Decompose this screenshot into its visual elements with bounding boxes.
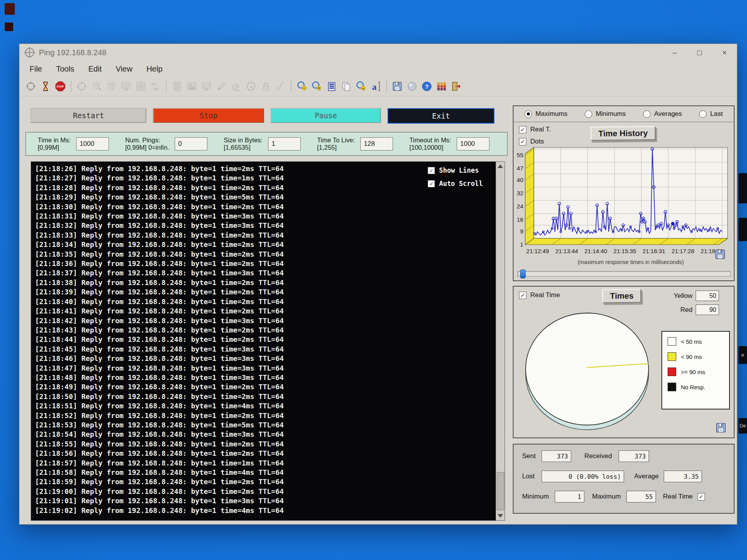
console-line: [21:18:53] Reply from 192.168.8.248: byt… bbox=[35, 420, 489, 430]
parameter-row: Time in Ms:[0,99M] 1000 Num. Pings:[0,99… bbox=[25, 132, 508, 156]
toolbar-separator bbox=[166, 80, 167, 92]
lost-value: 0 (0.00% loss) bbox=[542, 471, 624, 482]
time-history-panel: Maximums Minimums Averages Last ✓ Real T… bbox=[513, 105, 735, 281]
desktop-icon-fragment: e bbox=[738, 346, 747, 364]
console-checkboxes: ✓ Show Lines ✓ Auto Scroll bbox=[428, 166, 483, 187]
svg-text:21:14:40: 21:14:40 bbox=[584, 248, 607, 254]
window-title: Ping 192.168.8.248 bbox=[39, 48, 107, 57]
lock-icon bbox=[260, 80, 272, 92]
exit-door-icon[interactable] bbox=[451, 80, 462, 92]
red-threshold-label: Red bbox=[668, 306, 693, 314]
network-sphere-icon[interactable] bbox=[406, 80, 418, 92]
image-icon bbox=[186, 80, 198, 92]
ping-target-icon[interactable] bbox=[25, 80, 37, 92]
received-label: Received bbox=[584, 452, 619, 460]
color-grid-icon[interactable] bbox=[436, 80, 447, 92]
annotate-a-icon: a bbox=[245, 80, 257, 92]
time-in-ms-field-input[interactable]: 1000 bbox=[76, 137, 109, 150]
legend-swatch bbox=[668, 352, 676, 361]
checkbox-icon[interactable]: ✓ bbox=[519, 126, 526, 133]
hourglass-icon[interactable] bbox=[40, 80, 51, 92]
num-pings-field-input[interactable]: 0 bbox=[175, 137, 207, 150]
log-list-icon[interactable] bbox=[326, 80, 337, 92]
find-text-icon[interactable]: A bbox=[355, 80, 367, 92]
console-check-auto-scroll[interactable]: ✓ Auto Scroll bbox=[428, 180, 483, 187]
console-line: [21:18:40] Reply from 192.168.8.248: byt… bbox=[35, 297, 489, 306]
console-line: [21:18:33] Reply from 192.168.8.248: byt… bbox=[35, 231, 489, 240]
console-line: [21:18:28] Reply from 192.168.8.248: byt… bbox=[35, 183, 489, 192]
svg-text:16: 16 bbox=[517, 216, 523, 223]
menu-bar: FileToolsEditViewHelp bbox=[19, 61, 737, 77]
legend-label: < 90 ms bbox=[681, 354, 702, 360]
console-check-show-lines[interactable]: ✓ Show Lines bbox=[428, 166, 483, 174]
help-icon[interactable]: ? bbox=[421, 80, 433, 92]
radio-icon[interactable] bbox=[643, 110, 651, 118]
menu-item-file[interactable]: File bbox=[30, 65, 42, 74]
svg-text:1: 1 bbox=[520, 241, 523, 248]
tile-windows-icon bbox=[135, 80, 147, 92]
red-threshold-input[interactable]: 90 bbox=[696, 304, 719, 315]
legend-swatch bbox=[668, 368, 676, 376]
checkbox-icon[interactable]: ✓ bbox=[428, 180, 435, 187]
num-pings-field: Num. Pings:[0,99M] 0=infin. 0 bbox=[125, 136, 207, 151]
console-line: [21:18:56] Reply from 192.168.8.248: byt… bbox=[35, 449, 489, 458]
scroll-up-arrow-icon[interactable] bbox=[498, 164, 503, 168]
svg-text:?: ? bbox=[425, 83, 428, 90]
yellow-threshold-input[interactable]: 50 bbox=[696, 290, 719, 301]
font-icon[interactable]: a bbox=[370, 80, 382, 92]
zoom-in-icon[interactable] bbox=[311, 80, 323, 92]
pause-button[interactable]: Pause bbox=[271, 108, 381, 123]
console-line: [21:18:46] Reply from 192.168.8.248: byt… bbox=[35, 354, 489, 363]
radio-label: Averages bbox=[654, 110, 682, 118]
checkbox-icon[interactable]: ✓ bbox=[428, 167, 435, 174]
legend-row: No Resp. bbox=[668, 383, 729, 391]
radio-maximums[interactable]: Maximums bbox=[524, 110, 567, 118]
radio-last[interactable]: Last bbox=[699, 110, 722, 118]
history-check-realt[interactable]: ✓ Real T. bbox=[519, 126, 551, 133]
response-pie-chart bbox=[517, 305, 661, 436]
stop-sign-icon[interactable]: STOP bbox=[54, 80, 66, 92]
svg-text:STOP: STOP bbox=[57, 85, 64, 88]
console-line: [21:18:38] Reply from 192.168.8.248: byt… bbox=[35, 278, 489, 287]
radio-icon[interactable] bbox=[585, 110, 592, 118]
console-scrollbar[interactable] bbox=[496, 162, 505, 520]
svg-text:21:12:49: 21:12:49 bbox=[526, 248, 549, 254]
stats-realtime-checkbox[interactable]: ✓ bbox=[698, 493, 705, 500]
save-history-icon[interactable] bbox=[714, 248, 727, 261]
radio-minimums[interactable]: Minimums bbox=[585, 110, 626, 118]
stop-button[interactable]: Stop bbox=[153, 108, 264, 123]
num-pings-field-label: Num. Pings:[0,99M] 0=infin. bbox=[125, 136, 169, 151]
menu-item-edit[interactable]: Edit bbox=[88, 65, 102, 74]
copy-icon[interactable] bbox=[340, 80, 352, 92]
menu-item-view[interactable]: View bbox=[116, 65, 132, 74]
title-bar[interactable]: Ping 192.168.8.248 – □ × bbox=[19, 44, 737, 61]
radio-icon[interactable] bbox=[524, 110, 532, 118]
timeout-in-ms-field-input[interactable]: 1000 bbox=[457, 137, 489, 150]
save-icon[interactable] bbox=[391, 80, 403, 92]
svg-text:W?: W? bbox=[151, 82, 158, 86]
menu-item-help[interactable]: Help bbox=[146, 65, 162, 74]
yellow-threshold-label: Yellow bbox=[668, 292, 693, 300]
time-to-live-field-input[interactable]: 128 bbox=[360, 137, 393, 150]
radio-label: Maximums bbox=[535, 110, 567, 118]
ping-console[interactable]: [21:18:26] Reply from 192.168.8.248: byt… bbox=[31, 161, 505, 521]
svg-text:32: 32 bbox=[517, 190, 523, 196]
scroll-down-arrow-icon[interactable] bbox=[498, 514, 503, 518]
restart-button[interactable]: Restart bbox=[31, 108, 146, 123]
close-button[interactable]: × bbox=[712, 45, 737, 60]
history-scrollbar-handle[interactable] bbox=[520, 270, 526, 278]
save-pie-icon[interactable] bbox=[715, 422, 728, 434]
realtime-pie-checkbox[interactable]: ✓ bbox=[519, 292, 526, 299]
menu-item-tools[interactable]: Tools bbox=[56, 65, 74, 74]
size-in-bytes-field: Size in Bytes:[1,65535] 1 bbox=[224, 136, 301, 151]
history-scrollbar[interactable] bbox=[517, 271, 731, 276]
scrollbar-thumb[interactable] bbox=[497, 472, 504, 510]
zoom-out-icon[interactable] bbox=[296, 80, 308, 92]
radio-icon[interactable] bbox=[699, 110, 707, 118]
maximize-button[interactable]: □ bbox=[687, 45, 712, 60]
exit-button[interactable]: Exit bbox=[388, 108, 494, 124]
console-line: [21:18:36] Reply from 192.168.8.248: byt… bbox=[35, 259, 489, 268]
radio-averages[interactable]: Averages bbox=[643, 110, 682, 118]
size-in-bytes-field-input[interactable]: 1 bbox=[268, 137, 301, 150]
minimize-button[interactable]: – bbox=[662, 45, 687, 60]
